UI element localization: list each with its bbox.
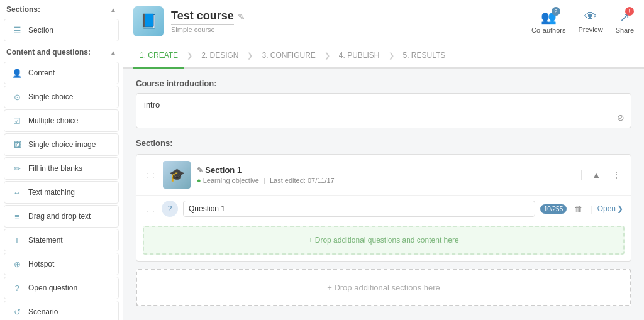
sidebar-item-statement[interactable]: T Statement	[4, 229, 119, 251]
single-choice-image-icon: 🖼	[11, 138, 23, 151]
step-results[interactable]: 5. RESULTS	[397, 43, 452, 67]
content-questions-label: Content and questions:	[6, 48, 91, 57]
sidebar-item-text-matching-label: Text matching	[28, 188, 75, 197]
content-questions-header: Content and questions: ▲	[0, 43, 123, 60]
sidebar-item-open-question[interactable]: ? Open question	[4, 277, 119, 299]
meta-separator: |	[264, 177, 265, 184]
sidebar-item-drag-drop-text[interactable]: ≡ Drag and drop text	[4, 205, 119, 228]
question-row: ⋮⋮ ? 10/255 🗑 | Open ❯	[136, 196, 631, 222]
step-arrow-3: ❯	[325, 52, 330, 60]
course-title: Test course	[171, 9, 234, 25]
drop-sections-zone[interactable]: + Drop additional sections here	[136, 269, 631, 306]
topbar-actions: 👥 2 Co-authors 👁 Preview ↗ ! Share	[531, 9, 634, 34]
step-publish[interactable]: 4. PUBLISH	[333, 43, 386, 67]
section-card: ⋮⋮ 🎓 ✎ Section 1 ● Learning objective | …	[136, 154, 631, 262]
drop-sections-label: + Drop additional sections here	[327, 283, 440, 292]
share-badge: !	[625, 7, 634, 16]
scenario-icon: ↺	[11, 306, 23, 318]
sidebar-item-hotspot[interactable]: ⊕ Hotspot	[4, 253, 119, 275]
open-chevron: ❯	[617, 204, 623, 213]
content-area: Course introduction: intro ⊘ Sections: ⋮…	[123, 69, 644, 320]
sidebar-item-section[interactable]: ☰ Section	[4, 19, 119, 41]
question-drag-handle[interactable]: ⋮⋮	[144, 206, 157, 212]
drop-questions-label: + Drop additional questions and content …	[308, 236, 458, 245]
share-button[interactable]: ↗ ! Share	[616, 9, 634, 34]
section-edit-icon[interactable]: ✎	[197, 166, 205, 175]
section-thumb: 🎓	[163, 161, 191, 189]
question-avatar: ?	[162, 201, 178, 217]
intro-label: Course introduction:	[136, 79, 631, 88]
edit-title-icon[interactable]: ✎	[238, 12, 245, 22]
step-arrow-2: ❯	[247, 52, 253, 60]
section-title-area: ✎ Section 1 ● Learning objective | Last …	[197, 165, 580, 184]
step-create[interactable]: 1. CREATE	[133, 43, 184, 69]
question-input[interactable]	[183, 201, 535, 217]
sidebar-item-single-choice[interactable]: ⊙ Single choice	[4, 86, 119, 108]
step-arrow-1: ❯	[187, 52, 192, 60]
preview-icon: 👁	[584, 9, 597, 24]
sidebar-item-open-question-label: Open question	[28, 284, 77, 292]
share-icon: ↗ !	[619, 9, 630, 25]
preview-button[interactable]: 👁 Preview	[579, 9, 603, 33]
step-publish-label: 4. PUBLISH	[339, 51, 380, 60]
sidebar-item-drag-drop-text-label: Drag and drop text	[28, 212, 91, 221]
intro-input[interactable]: intro ⊘	[136, 93, 631, 128]
step-configure-label: 3. CONFIGURE	[262, 51, 315, 60]
action-sep: |	[590, 204, 592, 214]
section-name: ✎ Section 1	[197, 165, 580, 175]
sidebar-item-content[interactable]: 👤 Content	[4, 62, 119, 84]
coauthors-badge: 2	[552, 7, 560, 16]
coauthors-label: Co-authors	[531, 26, 565, 34]
single-choice-icon: ⊙	[11, 91, 23, 103]
preview-label: Preview	[579, 26, 603, 33]
sidebar-item-multiple-choice[interactable]: ☑ Multiple choice	[4, 109, 119, 132]
sidebar-item-single-choice-label: Single choice	[28, 92, 73, 101]
sidebar: Sections: ▲ ☰ Section Content and questi…	[0, 0, 123, 320]
drop-questions-zone[interactable]: + Drop additional questions and content …	[143, 226, 625, 255]
sidebar-item-scenario[interactable]: ↺ Scenario	[4, 301, 119, 320]
last-edited-label: Last edited: 07/11/17	[270, 177, 335, 184]
share-label: Share	[616, 26, 634, 34]
question-actions: 🗑 | Open ❯	[572, 203, 623, 215]
step-arrow-4: ❯	[389, 52, 394, 60]
step-design-label: 2. DESIGN	[201, 51, 238, 60]
intro-wrapper: intro ⊘	[136, 93, 631, 128]
sidebar-item-section-label: Section	[28, 26, 53, 35]
fill-in-blanks-icon: ✏	[11, 162, 23, 175]
section-menu-button[interactable]: ⋮	[609, 167, 623, 182]
learning-obj-label: Learning objective	[203, 177, 259, 184]
collapse-section-button[interactable]: ▲	[589, 167, 603, 182]
section-actions: | ▲ ⋮	[580, 167, 623, 182]
content-chevron[interactable]: ▲	[110, 49, 116, 56]
section-drag-handle[interactable]: ⋮⋮	[144, 172, 157, 179]
course-subtitle: Simple course	[171, 26, 245, 33]
coauthors-button[interactable]: 👥 2 Co-authors	[531, 9, 565, 34]
sidebar-item-hotspot-label: Hotspot	[28, 260, 54, 268]
sections-chevron[interactable]: ▲	[110, 6, 116, 13]
sections-header-label: Sections:	[6, 5, 40, 14]
text-matching-icon: ↔	[11, 186, 23, 199]
delete-question-button[interactable]: 🗑	[572, 203, 585, 215]
open-question-icon: ?	[11, 282, 23, 294]
sidebar-item-fill-in-blanks-label: Fill in the blanks	[28, 164, 82, 173]
open-question-button[interactable]: Open ❯	[597, 204, 623, 213]
step-design[interactable]: 2. DESIGN	[195, 43, 245, 67]
sidebar-item-multiple-choice-label: Multiple choice	[28, 116, 78, 125]
sidebar-item-fill-in-blanks[interactable]: ✏ Fill in the blanks	[4, 157, 119, 180]
intro-edit-icon: ⊘	[617, 113, 625, 123]
drag-drop-text-icon: ≡	[11, 210, 23, 223]
course-title-area: 📘 Test course ✎ Simple course	[133, 6, 245, 36]
main-area: 📘 Test course ✎ Simple course 👥 2 Co-aut…	[123, 0, 644, 320]
statement-icon: T	[11, 234, 23, 246]
hotspot-icon: ⊕	[11, 258, 23, 270]
sidebar-item-text-matching[interactable]: ↔ Text matching	[4, 181, 119, 204]
section-meta: ● Learning objective | Last edited: 07/1…	[197, 177, 580, 184]
step-configure[interactable]: 3. CONFIGURE	[255, 43, 321, 67]
step-create-label: 1. CREATE	[140, 51, 178, 60]
multiple-choice-icon: ☑	[11, 114, 23, 127]
sidebar-item-statement-label: Statement	[28, 236, 63, 245]
section-icon: ☰	[11, 24, 23, 36]
sidebar-item-single-choice-image[interactable]: 🖼 Single choice image	[4, 133, 119, 156]
sections-label: Sections:	[136, 138, 631, 148]
sidebar-item-content-label: Content	[28, 69, 55, 77]
